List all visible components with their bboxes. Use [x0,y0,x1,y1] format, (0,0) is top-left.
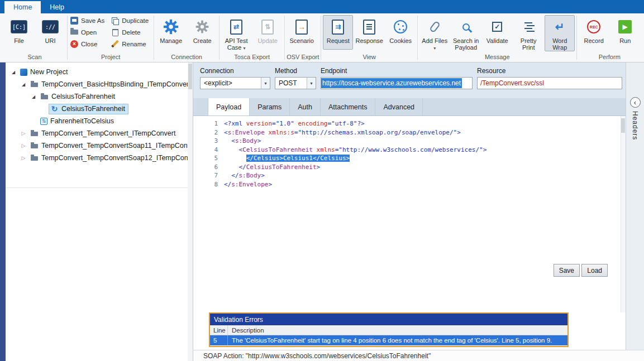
tree-item[interactable]: ▷TempConvert_TempConvert_ITempConvert [6,127,193,139]
tab-help[interactable]: Help [41,1,73,13]
manage-connection-button[interactable]: Manage [156,15,186,50]
code-segment: CelsiusToFahrenheit [242,146,313,153]
code-line[interactable]: <?xml version="1.0" encoding="utf-8"?> [224,119,486,128]
code-segment: > [261,172,265,179]
code-line[interactable]: </s:Body> [224,171,486,180]
tree-scrollbar[interactable] [188,62,193,361]
tab-auth[interactable]: Auth [290,98,321,115]
search-in-payload-button[interactable]: Search in Payload [451,15,481,51]
open-button[interactable]: Open [69,27,108,37]
duplicate-button[interactable]: Duplicate [110,15,152,26]
column-header-description[interactable]: Description [228,325,567,335]
api-test-case-button[interactable]: ⇄ API Test Case ▾ [221,15,251,52]
validation-error-row[interactable]: 5 The 'CelsiusToFahrenheit' start tag on… [210,335,567,345]
tree-scrollbar-thumb[interactable] [188,64,192,89]
expander-collapsed-icon[interactable]: ▷ [20,143,27,148]
code-line[interactable]: </s:Envelope> [224,180,486,189]
endpoint-input[interactable]: https://tosca-webservice.azurewebservice… [321,77,473,89]
tree-item-label: FahrenheitToCelsius [50,117,114,125]
chevron-left-icon: ‹ [634,98,636,107]
expander-collapsed-icon[interactable]: ▷ [20,155,27,161]
dropdown-arrow-icon[interactable]: ▾ [307,78,316,89]
tree-item[interactable]: ↻CelsiusToFahrenheit [6,103,193,115]
tree-item-content[interactable]: TempConvert_TempConvert_ITempConvert [28,128,179,139]
group-label-osv-export: OSV Export [287,52,319,62]
code-segment: <?xml [224,120,246,127]
tree-item-content[interactable]: TempConvert_BasicHttpsBinding_ITempConve… [28,79,193,90]
ribbon-group-perform: REC Record ▶ Run Perform [577,13,642,62]
code-line[interactable]: <CelsiusToFahrenheit xmlns="http://www.w… [224,146,486,155]
validate-check-icon: ✓ [492,22,502,32]
validate-button[interactable]: ✓ Validate [482,15,512,50]
payload-editor[interactable]: 12345678 <?xml version="1.0" encoding="u… [193,116,626,312]
save-as-label: Save As [81,17,104,24]
code-line[interactable]: <s:Body> [224,137,486,146]
request-view-button[interactable]: ⇉ Request [323,15,353,50]
tree-item[interactable]: ▷TempConvert_TempConvertSoap12_ITempConv… [6,152,193,164]
tab-home[interactable]: Home [4,1,41,13]
response-view-button[interactable]: Response [354,15,384,50]
code-line[interactable]: </CelsiusToFahrenheit> [224,163,486,172]
file-button-label: File [14,37,24,44]
tree-item-label: TempConvert_TempConvertSoap11_ITempConve… [41,142,193,150]
code-segment: "1.0" [276,120,294,127]
code-line[interactable]: <s:Envelope xmlns:s="http://schemas.xmls… [224,128,486,137]
scenario-button[interactable]: → Scenario [287,15,317,50]
manage-label: Manage [160,37,182,44]
load-button[interactable]: Load [581,264,608,277]
tab-attachments[interactable]: Attachments [321,98,375,115]
expand-headers-button[interactable]: ‹ [630,97,641,108]
tree-item-content[interactable]: ↻CelsiusToFahrenheit [49,104,128,114]
tab-params[interactable]: Params [250,98,290,115]
tree-item[interactable]: ◢TempConvert_BasicHttpsBinding_ITempConv… [6,78,193,90]
create-connection-button[interactable]: Create [187,15,217,50]
expander-expanded-icon[interactable]: ◢ [10,70,17,75]
resource-input[interactable]: /TempConvert.svc/ssl [477,77,622,89]
dropdown-arrow-icon[interactable]: ▾ [261,78,270,89]
tree-item-content[interactable]: CelsiusToFahrenheit [39,92,118,102]
save-button[interactable]: Save [554,264,580,277]
method-select[interactable]: POST ▾ [275,77,316,89]
code-segment: > [257,137,261,145]
tree-item[interactable]: ◢New Project [6,66,193,78]
expander-expanded-icon[interactable]: ◢ [30,94,37,99]
tab-payload[interactable]: Payload [208,98,250,115]
code-line[interactable]: </Celsius>Celsius1</Celsius> [224,154,486,163]
resource-field: Resource /TempConvert.svc/ssl [477,67,622,98]
gear-plus-icon [195,20,209,34]
expander-collapsed-icon[interactable]: ▷ [20,131,27,136]
tree-item[interactable]: ◢CelsiusToFahrenheit [6,90,193,103]
editor-scrollbar-thumb[interactable] [621,118,625,133]
tree-item[interactable]: ▷TempConvert_TempConvertSoap11_ITempConv… [6,139,193,152]
connection-select[interactable]: <explicit> ▾ [200,77,270,89]
word-wrap-button[interactable]: ↵ Word Wrap [545,15,575,51]
request-label: Request [327,37,350,44]
tab-advanced[interactable]: Advanced [375,98,423,115]
rename-button[interactable]: Rename [110,38,152,49]
editor-scrollbar[interactable] [621,116,626,312]
file-button[interactable]: [C:] File [4,15,34,50]
tree-item[interactable]: ⇅FahrenheitToCelsius [6,115,193,127]
tree-item-content[interactable]: ⇅FahrenheitToCelsius [39,116,117,126]
close-button[interactable]: ×Close [69,38,108,49]
cookies-view-button[interactable]: Cookies [385,15,416,50]
tree-item-content[interactable]: TempConvert_TempConvertSoap12_ITempConve… [28,153,193,163]
scenario-icon: → [295,20,308,35]
record-button[interactable]: REC Record [579,15,609,50]
pretty-print-button[interactable]: Pretty Print [513,15,543,51]
project-tree: ◢New Project◢TempConvert_BasicHttpsBindi… [6,62,193,361]
tab-headers[interactable]: Headers [631,111,639,140]
close-label: Close [81,41,97,47]
validation-errors-panel: Validation Errors Line Description 5 The… [209,312,569,347]
save-as-button[interactable]: Save As [69,15,108,26]
expander-expanded-icon[interactable]: ◢ [20,82,27,87]
delete-button[interactable]: Delete [110,27,152,37]
column-header-line[interactable]: Line [210,325,228,335]
uri-button[interactable]: :// URI [35,15,65,50]
run-button[interactable]: ▶ Run [610,15,640,50]
tree-item-content[interactable]: TempConvert_TempConvertSoap11_ITempConve… [28,141,193,151]
add-files-button[interactable]: Add Files ▾ [419,15,450,52]
add-files-label: Add Files [422,37,447,44]
payload-tabs: Payload Params Auth Attachments Advanced [193,98,626,116]
tree-item-content[interactable]: New Project [18,67,71,77]
